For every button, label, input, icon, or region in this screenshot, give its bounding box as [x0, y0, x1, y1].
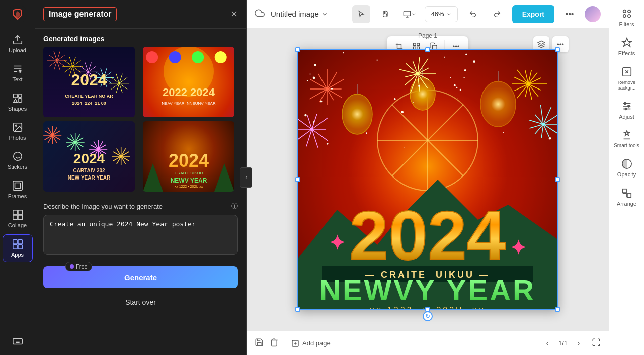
sidebar-item-apps-label: Apps: [11, 252, 24, 258]
svg-rect-4: [13, 94, 17, 98]
svg-point-10: [13, 152, 22, 161]
sidebar-item-shapes[interactable]: Shapes: [3, 88, 33, 116]
svg-rect-33: [417, 43, 420, 46]
svg-point-9: [15, 125, 17, 126]
sidebar-item-keyboard[interactable]: [3, 332, 33, 351]
page-indicator: 1/1: [558, 339, 568, 347]
svg-rect-13: [13, 181, 22, 190]
panel-close-button[interactable]: ✕: [230, 9, 238, 20]
generated-images-title: Generated images: [35, 29, 246, 47]
icon-sidebar: Upload T Text Shapes Photos: [0, 0, 35, 355]
svg-point-51: [625, 108, 627, 110]
svg-point-50: [627, 105, 629, 107]
svg-point-44: [627, 15, 630, 18]
panel: Image generator ✕ Generated images Descr…: [35, 0, 247, 355]
page-label: Page 1: [418, 32, 437, 39]
app-logo[interactable]: [8, 4, 28, 24]
doc-title[interactable]: Untitled image: [271, 10, 328, 18]
top-toolbar: Untitled image 46%: [247, 0, 609, 28]
svg-point-49: [624, 103, 626, 105]
prompt-textarea[interactable]: Create an unique 2024 New Year poster: [43, 215, 238, 255]
sidebar-item-collage[interactable]: Collage: [3, 205, 33, 232]
svg-rect-19: [13, 240, 17, 244]
free-badge-label: Free: [76, 263, 88, 270]
save-icon[interactable]: [255, 338, 264, 349]
svg-rect-18: [18, 215, 22, 219]
generated-image-1[interactable]: [43, 47, 135, 117]
start-over-button[interactable]: Start over: [43, 292, 238, 312]
svg-rect-16: [18, 210, 22, 214]
sidebar-item-stickers-label: Stickers: [8, 164, 27, 170]
svg-rect-7: [18, 99, 21, 102]
sidebar-item-photos[interactable]: Photos: [3, 118, 33, 145]
svg-point-5: [18, 94, 21, 98]
sidebar-item-frames[interactable]: Frames: [3, 176, 33, 203]
opacity-tool[interactable]: Opacity: [611, 154, 642, 182]
design-canvas[interactable]: ↻: [297, 49, 558, 310]
zoom-button[interactable]: 46%: [425, 6, 458, 22]
sidebar-item-upload[interactable]: Upload: [3, 30, 33, 57]
svg-rect-17: [13, 215, 17, 219]
svg-rect-52: [622, 189, 626, 193]
sidebar-item-collage-label: Collage: [8, 222, 27, 228]
canvas-wrap[interactable]: ••• •••: [247, 28, 609, 331]
generate-btn-wrap: Free Generate: [35, 261, 246, 292]
sidebar-item-text[interactable]: T Text: [3, 59, 33, 86]
main-area: Untitled image 46%: [247, 0, 609, 355]
rotate-handle[interactable]: ↻: [423, 311, 433, 321]
sidebar-item-shapes-label: Shapes: [8, 106, 27, 112]
panel-header: Image generator ✕: [35, 0, 246, 29]
sidebar-item-upload-label: Upload: [9, 47, 26, 53]
describe-label: Describe the image you want to generate …: [43, 202, 238, 211]
page-nav: ‹ 1/1 ›: [540, 336, 586, 350]
view-button[interactable]: [400, 5, 419, 23]
svg-rect-21: [13, 245, 17, 249]
remove-bg-tool[interactable]: Remove backgr...: [611, 62, 642, 95]
next-page-button[interactable]: ›: [572, 336, 586, 350]
filters-tool[interactable]: Filters: [611, 4, 642, 31]
generated-image-3[interactable]: [43, 121, 135, 192]
svg-rect-23: [13, 339, 22, 344]
fullscreen-button[interactable]: [592, 338, 601, 349]
svg-marker-6: [13, 99, 17, 102]
generated-image-4[interactable]: [143, 121, 234, 192]
svg-rect-14: [15, 183, 20, 189]
svg-point-43: [623, 15, 626, 18]
effects-tool[interactable]: Effects: [611, 33, 642, 60]
svg-marker-37: [538, 41, 544, 44]
hand-tool-button[interactable]: [376, 5, 394, 23]
prev-page-button[interactable]: ‹: [540, 336, 554, 350]
undo-button[interactable]: [464, 5, 482, 23]
bottom-bar: Add page ‹ 1/1 ›: [247, 331, 609, 355]
sidebar-item-text-label: Text: [12, 76, 22, 82]
redo-button[interactable]: [488, 5, 506, 23]
svg-rect-20: [18, 240, 22, 244]
svg-rect-15: [13, 210, 17, 214]
select-tool-button[interactable]: [352, 5, 370, 23]
trash-icon[interactable]: [270, 338, 279, 349]
sidebar-item-stickers[interactable]: Stickers: [3, 147, 33, 174]
arrange-tool[interactable]: Arrange: [611, 184, 642, 211]
export-button[interactable]: Export: [512, 5, 554, 23]
svg-point-42: [627, 10, 630, 13]
sidebar-item-apps[interactable]: Apps: [3, 234, 33, 262]
smart-tools-tool[interactable]: Smart tools: [611, 126, 642, 152]
panel-collapse-button[interactable]: ‹: [240, 167, 252, 188]
free-badge-dot: [70, 264, 74, 269]
describe-section: Describe the image you want to generate …: [35, 198, 246, 261]
generated-images-grid: [35, 47, 246, 198]
svg-rect-29: [404, 11, 410, 16]
more-options-button[interactable]: •••: [560, 5, 579, 23]
svg-rect-32: [414, 43, 416, 46]
info-icon[interactable]: ⓘ: [231, 202, 238, 211]
sidebar-item-photos-label: Photos: [9, 135, 26, 141]
free-badge: Free: [65, 262, 92, 271]
adjust-tool[interactable]: Adjust: [611, 97, 642, 124]
panel-title: Image generator: [43, 7, 117, 21]
right-toolbar: Filters Effects Remove backgr... Adjust: [609, 0, 644, 355]
generated-image-2[interactable]: [143, 47, 234, 117]
add-page-button[interactable]: Add page: [291, 339, 331, 347]
svg-rect-53: [627, 194, 630, 197]
cloud-icon: [255, 8, 265, 20]
user-avatar[interactable]: [585, 6, 601, 22]
